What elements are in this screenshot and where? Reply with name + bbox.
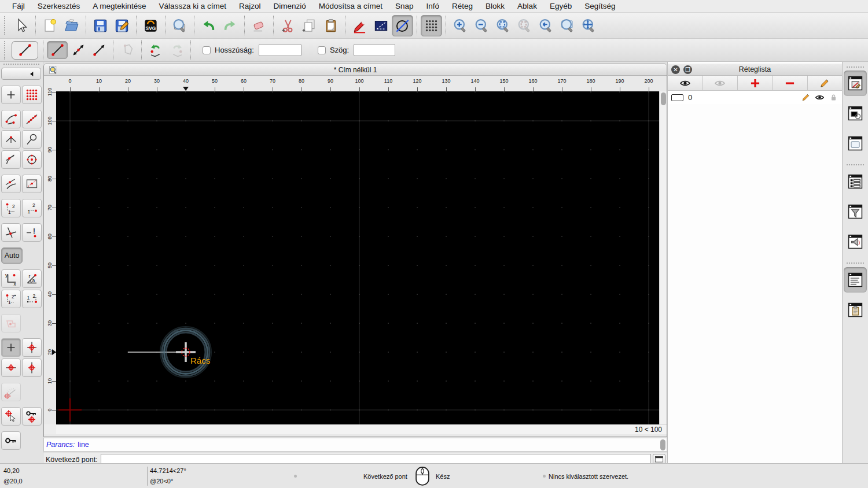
snap-distance-1[interactable]: 12 bbox=[1, 199, 21, 217]
save-as-button[interactable] bbox=[111, 15, 133, 36]
layer-visibility-checkbox[interactable] bbox=[671, 94, 683, 101]
dock-close-button[interactable]: ✕ bbox=[671, 65, 680, 74]
menu-item-4[interactable]: Rajzol bbox=[233, 0, 267, 13]
coords-cartesian[interactable]: yx bbox=[1, 269, 21, 288]
command-history-scrollbar[interactable] bbox=[660, 439, 665, 450]
save-button[interactable] bbox=[90, 15, 111, 36]
zoom-selection-button[interactable] bbox=[514, 15, 535, 36]
dock-layer-list-toggle[interactable] bbox=[844, 71, 867, 96]
restrict-orthogonal[interactable] bbox=[22, 338, 42, 357]
undo-button[interactable] bbox=[198, 15, 219, 36]
delete-button[interactable] bbox=[248, 15, 270, 36]
dock-report-toggle[interactable] bbox=[844, 297, 867, 323]
menu-item-8[interactable]: Infó bbox=[420, 0, 446, 13]
zoom-auto-button[interactable] bbox=[492, 15, 514, 36]
dock-float-button[interactable]: ❐ bbox=[683, 65, 692, 74]
add-layer-button[interactable] bbox=[738, 76, 773, 90]
set-relative-zero[interactable] bbox=[1, 431, 21, 450]
menu-item-12[interactable]: Egyéb bbox=[543, 0, 578, 13]
hide-all-layers-button[interactable] bbox=[703, 76, 737, 90]
strip-drag-handle[interactable] bbox=[847, 66, 864, 69]
paste-button[interactable] bbox=[320, 15, 341, 36]
snap-reference[interactable] bbox=[22, 130, 42, 149]
drawing-window-titlebar[interactable]: * Cím nélkül 1 bbox=[44, 64, 667, 76]
toolbar-drag-handle[interactable] bbox=[4, 41, 9, 60]
line-angle-button[interactable] bbox=[68, 41, 89, 59]
snap-angle[interactable] bbox=[1, 383, 21, 401]
snap-auto-button[interactable]: Auto bbox=[1, 247, 23, 264]
snap-tangent[interactable] bbox=[1, 150, 21, 169]
menu-item-3[interactable]: Válassza ki a címet bbox=[153, 0, 233, 13]
layer-row[interactable]: 0 bbox=[668, 91, 842, 104]
snap-shape[interactable] bbox=[1, 314, 21, 332]
dock-block-list-toggle[interactable] bbox=[844, 101, 867, 126]
zoom-out-button[interactable] bbox=[471, 15, 492, 36]
selection-box-button[interactable] bbox=[370, 15, 392, 36]
new-document-button[interactable] bbox=[39, 15, 61, 36]
redo-button[interactable] bbox=[219, 15, 241, 36]
cut-button[interactable] bbox=[277, 15, 299, 36]
menu-item-10[interactable]: Blokk bbox=[479, 0, 511, 13]
open-file-button[interactable] bbox=[61, 15, 82, 36]
snap-intersection-manual[interactable]: ! bbox=[22, 223, 42, 242]
dock-view-toggle[interactable] bbox=[844, 131, 867, 156]
snap-perpendicular[interactable] bbox=[1, 130, 21, 149]
menu-item-9[interactable]: Réteg bbox=[446, 0, 479, 13]
pen-button[interactable] bbox=[349, 15, 370, 36]
relative-point-2[interactable]: 12 bbox=[22, 290, 42, 308]
line-segments-button[interactable] bbox=[47, 41, 68, 59]
zoom-window-button[interactable] bbox=[557, 15, 578, 36]
drawing-canvas[interactable]: Rács bbox=[56, 91, 660, 424]
vertical-scrollbar-thumb[interactable] bbox=[661, 93, 666, 105]
menu-item-2[interactable]: A megtekintése bbox=[86, 0, 152, 13]
menu-item-0[interactable]: Fájl bbox=[6, 0, 31, 13]
menu-item-1[interactable]: Szerkesztés bbox=[31, 0, 87, 13]
menu-item-13[interactable]: Segítség bbox=[578, 0, 621, 13]
undo-point-button[interactable] bbox=[145, 41, 166, 59]
menu-item-7[interactable]: Snap bbox=[389, 0, 420, 13]
pick-relative-zero[interactable] bbox=[1, 407, 21, 426]
vertical-scrollbar[interactable] bbox=[659, 91, 667, 424]
snap-intersection[interactable] bbox=[1, 223, 21, 242]
dock-selection-filter-toggle[interactable] bbox=[844, 199, 867, 224]
snap-free[interactable] bbox=[1, 86, 21, 104]
sidebar-drag-handle[interactable] bbox=[3, 64, 39, 66]
coords-polar[interactable]: ra bbox=[22, 269, 42, 288]
snap-on-entity[interactable] bbox=[22, 110, 42, 128]
remove-layer-button[interactable] bbox=[773, 76, 807, 90]
pan-button[interactable] bbox=[578, 15, 599, 36]
angle-checkbox[interactable] bbox=[318, 46, 326, 54]
dock-property-editor-toggle[interactable] bbox=[844, 169, 867, 194]
redo-point-button[interactable] bbox=[166, 41, 187, 59]
menu-item-6[interactable]: Módosítsa a címet bbox=[312, 0, 389, 13]
polygon-button[interactable] bbox=[117, 41, 138, 59]
snap-center[interactable] bbox=[22, 150, 42, 169]
relative-point-1[interactable]: 12 bbox=[1, 290, 21, 308]
menu-item-11[interactable]: Ablak bbox=[511, 0, 543, 13]
export-svg-button[interactable]: SVG bbox=[140, 15, 161, 36]
copy-button[interactable] bbox=[299, 15, 320, 36]
length-checkbox[interactable] bbox=[203, 46, 211, 54]
sidebar-collapse-button[interactable] bbox=[1, 68, 41, 80]
pointer-button[interactable] bbox=[10, 15, 32, 36]
show-all-layers-button[interactable] bbox=[668, 76, 703, 90]
angle-input[interactable] bbox=[354, 44, 395, 56]
snap-nearest[interactable] bbox=[1, 175, 21, 193]
grid-toggle[interactable] bbox=[421, 15, 442, 36]
line-ray-button[interactable] bbox=[89, 41, 109, 59]
toolbar-drag-handle[interactable] bbox=[4, 16, 9, 35]
zoom-previous-button[interactable] bbox=[535, 15, 557, 36]
snap-endpoints[interactable] bbox=[1, 110, 21, 128]
restrict-vertical[interactable] bbox=[22, 358, 42, 377]
snap-distance-2[interactable]: 12 bbox=[22, 199, 42, 217]
dock-command-line-toggle[interactable] bbox=[844, 267, 867, 293]
menu-item-5[interactable]: Dimenzió bbox=[267, 0, 312, 13]
lock-relative-zero[interactable] bbox=[22, 407, 42, 426]
length-input[interactable] bbox=[259, 44, 301, 56]
snap-window[interactable] bbox=[22, 175, 42, 193]
zoom-in-button[interactable] bbox=[450, 15, 471, 36]
restrict-nothing[interactable] bbox=[1, 338, 21, 357]
print-preview-button[interactable] bbox=[169, 15, 190, 36]
restrict-horizontal[interactable] bbox=[1, 358, 21, 377]
edit-layer-button[interactable] bbox=[808, 76, 842, 90]
